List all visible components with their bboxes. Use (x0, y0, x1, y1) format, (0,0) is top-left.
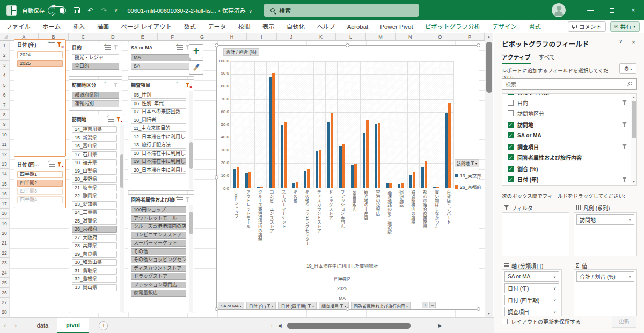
row-header-27[interactable]: 27 (0, 298, 9, 307)
bar-26_京都府[interactable] (248, 172, 251, 188)
bar-26_京都府[interactable] (378, 123, 380, 188)
ribbon-tab-ホーム[interactable]: ホーム (36, 20, 67, 33)
slicer-item-SA[interactable]: SA (131, 63, 191, 70)
row-header-14[interactable]: 14 (0, 169, 9, 179)
chart-selection-handle[interactable] (477, 307, 480, 311)
field-checkbox[interactable] (508, 110, 514, 116)
bar-26_京都府[interactable] (342, 144, 345, 188)
slicer-日付 (年)[interactable]: 日付 (年)20242025 (14, 39, 66, 157)
field-row-訪問地区分[interactable]: 訪問地区分 (502, 108, 636, 120)
slicer-item-その他[interactable]: その他 (131, 248, 186, 255)
bar-26_京都府[interactable] (331, 113, 333, 188)
column-header-D[interactable]: D (98, 33, 128, 40)
column-header-O[interactable]: O (425, 33, 455, 40)
slicer-item-ディスカウントストア[interactable]: ディスカウントストア (131, 265, 186, 272)
field-checkbox[interactable]: ✓ (508, 144, 514, 150)
bar-13_東京都[interactable] (304, 171, 306, 188)
select-all-corner[interactable] (0, 33, 9, 41)
multi-select-icon[interactable] (177, 197, 183, 202)
chart-field-button-調査項目[interactable]: 調査項目▾ (319, 302, 349, 309)
defer-checkbox[interactable] (502, 319, 508, 324)
slicer-item-2024[interactable]: 2024 (17, 51, 63, 58)
row-header-28[interactable]: 28 (0, 307, 9, 317)
column-header-J[interactable]: J (277, 33, 306, 40)
row-header-16[interactable]: 16 (0, 189, 9, 198)
drill-buttons[interactable]: + − (422, 302, 436, 308)
add-sheet-button[interactable]: + (99, 321, 108, 330)
ribbon-tab-デザイン[interactable]: デザイン (486, 20, 523, 33)
bar-13_東京都[interactable] (386, 183, 389, 188)
hscroll-thumb[interactable] (287, 323, 411, 329)
ribbon-options-icon[interactable]: ∨ (114, 8, 118, 13)
multi-select-icon[interactable] (49, 42, 55, 47)
column-header-P[interactable]: P (455, 33, 485, 40)
ribbon-tab-数式[interactable]: 数式 (178, 20, 202, 33)
slicer-item-MA[interactable]: MA (131, 54, 191, 61)
area-pill-合計 / 割合 (%)[interactable]: 合計 / 割合 (%)∨ (576, 271, 634, 282)
slicer-item-ドラッグストア[interactable]: ドラッグストア (131, 273, 186, 280)
slicer-item-12_日本滞在中に利用し...[interactable]: 12_日本滞在中に利用し... (131, 134, 186, 140)
slicer-scroll-thumb[interactable] (120, 154, 123, 188)
share-button[interactable]: ⎘ 共有 ▾ (610, 21, 640, 32)
chart-legend[interactable]: 訪問地 ▾ 13_東京都26_京都府 (455, 159, 479, 190)
slicer-item-27_大阪府[interactable]: 27_大阪府 (72, 234, 117, 241)
chart-field-button-回答者属性および旅行内容[interactable]: 回答者属性および旅行内容▾ (351, 302, 411, 309)
row-header-22[interactable]: 22 (0, 248, 9, 258)
sheet-nav-right-icon[interactable]: › (10, 323, 20, 329)
row-headers[interactable]: 1234567891011121314151617181920212223242… (0, 41, 9, 317)
slicer-訪問地区分[interactable]: 訪問地区分都道府県別運輸局別 (69, 79, 122, 111)
slicer-item-18_日本滞在中に利用し...[interactable]: 18_日本滞在中に利用し... (131, 150, 186, 157)
field-list[interactable]: ✓日付 (四半期) 目的訪問地区分✓訪問地✓SA or MA✓調査項目✓回答者属… (502, 93, 637, 186)
bar-13_東京都[interactable] (375, 124, 377, 188)
maximize-button[interactable] (601, 0, 623, 20)
pane-close-icon[interactable]: × (632, 39, 635, 46)
row-header-24[interactable]: 24 (0, 268, 9, 278)
ribbon-tab-書式[interactable]: 書式 (523, 20, 547, 33)
clear-filter-icon[interactable] (116, 117, 122, 122)
comments-button[interactable]: コメント (568, 21, 606, 32)
field-row-訪問地[interactable]: ✓訪問地 (502, 119, 636, 130)
close-button[interactable]: × (623, 0, 644, 20)
bar-26_京都府[interactable] (307, 169, 310, 188)
slicer-item-15_新潟県[interactable]: 15_新潟県 (72, 135, 117, 142)
row-header-19[interactable]: 19 (0, 219, 9, 228)
slicer-scroll-thumb[interactable] (189, 142, 193, 169)
bar-26_京都府[interactable] (425, 161, 427, 188)
filters-area-box[interactable] (502, 212, 569, 256)
slicer-目的[interactable]: 目的観光・レジャー全目的 (69, 42, 122, 77)
slicer-item-33_岡山県[interactable]: 33_岡山県 (72, 284, 117, 291)
chart-field-button-日付 (四半期)[interactable]: 日付 (四半期)▾ (278, 302, 317, 309)
slicer-scrollbar[interactable] (189, 91, 193, 189)
sheet-tab-pivot[interactable]: pivot (57, 318, 89, 333)
row-header-7[interactable]: 7 (0, 100, 9, 110)
ribbon-tab-校閲[interactable]: 校閲 (232, 20, 257, 33)
scroll-up-icon[interactable]: ▲ (485, 33, 493, 41)
slicer-item-都道府県別[interactable]: 都道府県別 (72, 92, 119, 99)
pane-tab-all[interactable]: すべて (538, 53, 555, 61)
slicer-item-四半期4[interactable]: 四半期4 (17, 196, 63, 203)
document-title[interactable]: 00601-mlit-00601030-2-2-full-lis… • 保存済み… (127, 6, 252, 14)
slicer-回答者属性および旅行...[interactable]: 回答者属性および旅行...100円ショップアウトレットモールクルーズ寄港港湾内の… (128, 194, 194, 313)
slicer-item-16_富山県[interactable]: 16_富山県 (72, 143, 117, 150)
slicer-scroll-thumb[interactable] (189, 212, 193, 234)
ribbon-tab-Acrobat[interactable]: Acrobat (341, 20, 375, 33)
bar-13_東京都[interactable] (257, 187, 260, 188)
field-row-目的[interactable]: 目的 (502, 97, 636, 108)
autosave-control[interactable]: 自動保存 オン (22, 6, 66, 14)
scroll-up-icon[interactable]: ▲ (631, 94, 636, 100)
minimize-button[interactable]: — (580, 0, 601, 20)
ribbon-tab-ページ レイアウト[interactable]: ページ レイアウト (115, 20, 178, 33)
bar-13_東京都[interactable] (292, 183, 295, 188)
legend-field-button[interactable]: 訪問地 ▾ (455, 159, 479, 167)
bar-26_京都府[interactable] (413, 172, 415, 188)
value-field-button[interactable]: 合計 / 割合 (%) (223, 48, 259, 56)
slicer-item-運輸局別[interactable]: 運輸局別 (72, 100, 119, 107)
slicer-item-18_福井県[interactable]: 18_福井県 (72, 159, 117, 166)
area-pill-調査項目[interactable]: 調査項目∨ (504, 307, 559, 316)
bar-13_東京都[interactable] (269, 77, 272, 188)
multi-select-icon[interactable] (49, 162, 55, 167)
column-header-I[interactable]: I (247, 33, 276, 40)
values-area-box[interactable]: 合計 / 割合 (%)∨ (574, 269, 637, 316)
field-row-SA or MA[interactable]: ✓SA or MA (502, 130, 636, 142)
row-header-4[interactable]: 4 (0, 70, 9, 80)
